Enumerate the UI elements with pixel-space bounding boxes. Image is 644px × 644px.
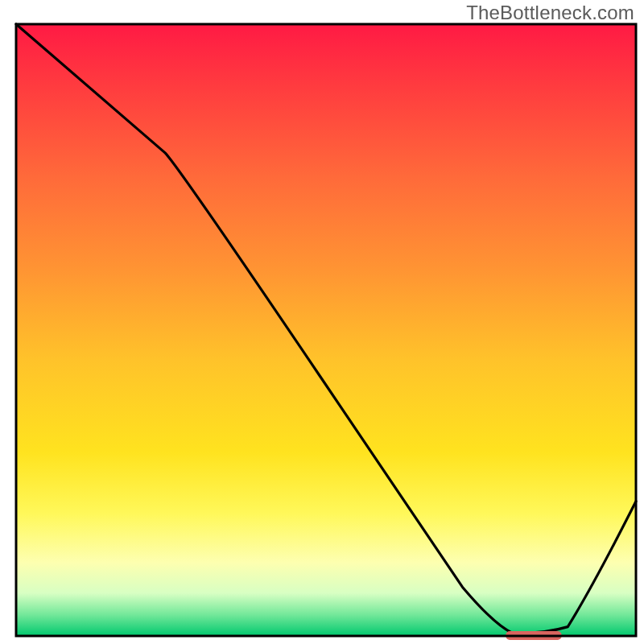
chart-container: { "watermark": "TheBottleneck.com", "cha…: [0, 0, 644, 644]
plot-background: [16, 24, 636, 636]
watermark-text: TheBottleneck.com: [466, 2, 634, 24]
bottleneck-chart: [0, 0, 644, 644]
